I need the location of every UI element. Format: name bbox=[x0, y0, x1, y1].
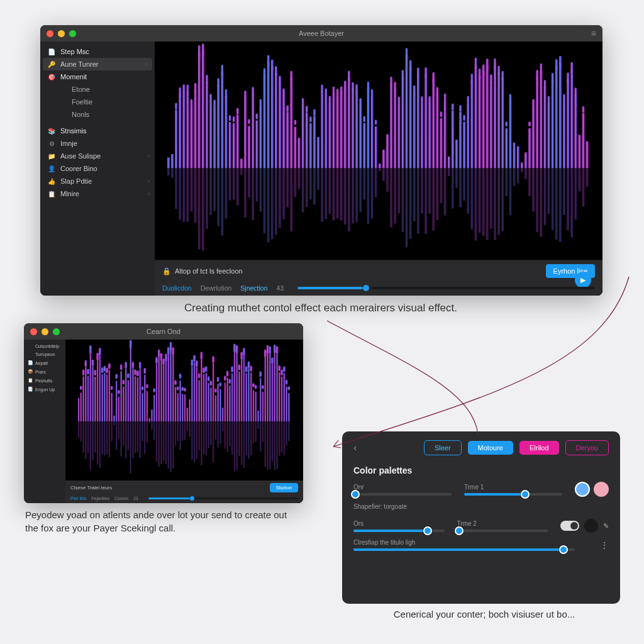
svg-rect-864 bbox=[540, 168, 543, 236]
svg-rect-1369 bbox=[213, 363, 214, 421]
maximize-icon[interactable] bbox=[53, 328, 60, 335]
svg-rect-1481 bbox=[250, 373, 252, 421]
sidebar-item[interactable]: 📚Stnsimis bbox=[40, 125, 155, 137]
preset-button-4[interactable]: Deryou bbox=[565, 440, 609, 455]
titlebar[interactable]: Aveee Botayer ≡ bbox=[40, 25, 602, 42]
svg-point-920 bbox=[555, 68, 558, 70]
svg-rect-837 bbox=[528, 168, 531, 196]
color-swatch[interactable] bbox=[584, 519, 598, 533]
tab-2[interactable]: Fejartites bbox=[91, 496, 109, 501]
close-icon[interactable] bbox=[47, 30, 53, 37]
slider[interactable] bbox=[457, 530, 548, 532]
svg-point-1299 bbox=[184, 389, 186, 392]
sidebar-item[interactable]: 👤Coorer Bino bbox=[40, 162, 155, 175]
svg-rect-1098 bbox=[116, 380, 117, 421]
svg-point-862 bbox=[536, 78, 538, 80]
play-fab-button[interactable]: ▶ bbox=[575, 272, 591, 288]
more-vertical-icon[interactable]: ⋮ bbox=[600, 540, 609, 550]
svg-point-1175 bbox=[139, 366, 142, 369]
sidebar-item[interactable]: 📦Prars bbox=[24, 367, 65, 376]
svg-point-1362 bbox=[208, 379, 210, 382]
toggle-switch[interactable] bbox=[560, 521, 579, 531]
svg-rect-394 bbox=[336, 168, 339, 219]
svg-rect-1501 bbox=[260, 421, 261, 452]
sidebar-item[interactable]: Nonls bbox=[40, 108, 155, 121]
maximize-icon[interactable] bbox=[69, 30, 76, 37]
tab-number: 43 bbox=[277, 284, 284, 292]
edit-icon[interactable]: ✎ bbox=[603, 522, 609, 530]
svg-rect-365 bbox=[325, 168, 327, 219]
slider[interactable] bbox=[464, 493, 562, 496]
preset-button-1[interactable]: Sleer bbox=[424, 440, 462, 455]
svg-rect-1130 bbox=[128, 380, 129, 421]
svg-rect-1432 bbox=[236, 421, 238, 470]
tab-3[interactable]: Sjnection bbox=[240, 284, 267, 292]
svg-point-1253 bbox=[167, 352, 170, 355]
svg-rect-485 bbox=[371, 168, 374, 218]
sidebar-item[interactable]: Culsonbileip bbox=[24, 342, 65, 350]
progress-bar[interactable] bbox=[297, 287, 595, 289]
svg-point-465 bbox=[359, 104, 362, 106]
sidebar-item[interactable]: 📁Ause Sulispe› bbox=[40, 150, 155, 162]
svg-rect-607 bbox=[425, 74, 427, 168]
svg-rect-393 bbox=[336, 96, 339, 168]
slider[interactable] bbox=[353, 493, 452, 496]
svg-rect-1194 bbox=[149, 421, 150, 423]
svg-rect-1329 bbox=[199, 421, 200, 450]
tab-1[interactable]: Duolicdon bbox=[162, 284, 192, 292]
svg-rect-666 bbox=[448, 157, 450, 168]
svg-point-50 bbox=[191, 104, 193, 107]
item-icon: 📑 bbox=[28, 387, 33, 392]
hamburger-icon[interactable]: ≡ bbox=[591, 28, 596, 38]
minimize-icon[interactable] bbox=[42, 328, 48, 335]
svg-point-143 bbox=[221, 74, 224, 76]
sidebar-item[interactable]: 📋Mlnire› bbox=[40, 187, 155, 200]
color-swatch[interactable] bbox=[575, 482, 590, 497]
svg-rect-61 bbox=[198, 52, 201, 169]
sidebar-item[interactable]: Torropeon bbox=[24, 350, 65, 358]
sidebar-item[interactable]: 📋Peshutts bbox=[24, 376, 65, 385]
svg-rect-739 bbox=[482, 71, 485, 168]
svg-point-536 bbox=[398, 102, 401, 104]
sidebar-item[interactable]: 📄Aepalt bbox=[24, 358, 65, 367]
tab-3[interactable]: Cloncn bbox=[114, 496, 128, 501]
svg-rect-272 bbox=[279, 168, 281, 228]
svg-rect-1302 bbox=[189, 399, 191, 421]
svg-rect-1123 bbox=[125, 421, 126, 458]
svg-rect-667 bbox=[448, 168, 450, 176]
tab-2[interactable]: Dewrlution bbox=[201, 284, 232, 292]
slider-label: Trme 1 bbox=[464, 484, 562, 491]
svg-rect-801 bbox=[501, 78, 504, 169]
svg-rect-246 bbox=[271, 66, 274, 168]
progress-bar[interactable] bbox=[148, 497, 298, 499]
back-chevron-icon[interactable]: ‹ bbox=[353, 442, 357, 453]
svg-point-203 bbox=[252, 93, 254, 96]
svg-rect-355 bbox=[321, 168, 323, 221]
sidebar-item[interactable]: 📑Engon Up bbox=[24, 385, 65, 394]
color-swatch[interactable] bbox=[594, 482, 609, 497]
svg-rect-608 bbox=[425, 168, 427, 234]
svg-point-402 bbox=[336, 95, 339, 97]
sidebar-item[interactable]: Foeltie bbox=[40, 96, 155, 108]
svg-point-219 bbox=[260, 104, 262, 107]
slider[interactable] bbox=[353, 530, 445, 532]
svg-point-1283 bbox=[177, 388, 179, 391]
preset-button-3[interactable]: Elrilod bbox=[519, 441, 559, 455]
titlebar[interactable]: Cearn Ond bbox=[24, 323, 303, 340]
sidebar-item[interactable]: 🎯Momenit bbox=[40, 70, 155, 83]
svg-point-1539 bbox=[269, 352, 272, 354]
tab-1[interactable]: Peri tibs bbox=[70, 496, 86, 501]
svg-rect-1117 bbox=[123, 421, 124, 446]
sidebar-item[interactable]: Etone bbox=[40, 83, 155, 96]
sidebar-item[interactable]: 📄Step Msc bbox=[40, 45, 155, 58]
slider[interactable] bbox=[353, 548, 575, 551]
svg-rect-833 bbox=[521, 168, 523, 172]
action-button[interactable]: Sturion bbox=[270, 483, 298, 492]
sidebar-item[interactable]: 👍Slap Pdtie› bbox=[40, 175, 155, 187]
svg-rect-830 bbox=[517, 147, 519, 169]
preset-button-2[interactable]: Motoure bbox=[468, 441, 513, 455]
close-icon[interactable] bbox=[30, 328, 37, 335]
sidebar-item[interactable]: ⚙Imnje bbox=[40, 137, 155, 150]
sidebar-item[interactable]: 🔑Aune Tunrer› bbox=[43, 58, 152, 70]
minimize-icon[interactable] bbox=[58, 30, 65, 37]
